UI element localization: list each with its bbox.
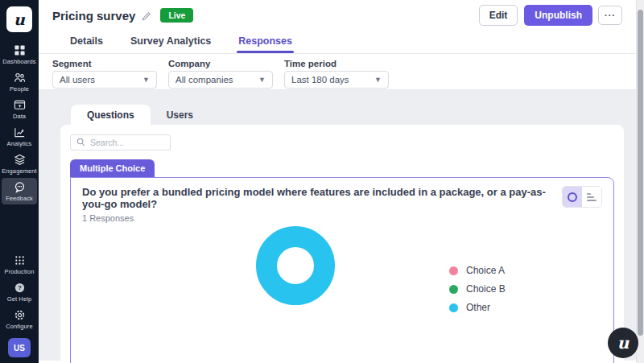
people-icon — [14, 72, 26, 84]
filter-label: Time period — [284, 59, 389, 68]
filter-company: Company All companies ▼ — [168, 59, 273, 89]
chevron-down-icon: ▼ — [142, 76, 150, 84]
sidebar: u Dashboards People Data Analytics — [0, 0, 39, 363]
legend-label: Other — [466, 302, 490, 313]
survey-nav-tabs: Details Survey Analytics Responses — [39, 27, 644, 54]
company-select[interactable]: All companies ▼ — [168, 71, 273, 89]
sidebar-item-dashboards[interactable]: Dashboards — [2, 41, 37, 68]
questions-panel: Multiple Choice Do you prefer a bundled … — [60, 125, 624, 363]
responses-content: Questions Users Multiple Choice Do you p… — [39, 90, 644, 361]
filter-bar: Segment All users ▼ Company All companie… — [39, 54, 644, 90]
bar-chart-icon — [587, 193, 597, 201]
production-icon — [14, 254, 26, 266]
question-card: Do you prefer a bundled pricing model wh… — [70, 177, 614, 363]
data-icon — [14, 99, 26, 111]
search-input[interactable] — [90, 138, 163, 147]
sidebar-item-configure[interactable]: Configure — [2, 306, 37, 332]
sidebar-item-label: Get Help — [7, 295, 31, 303]
select-value: All users — [60, 75, 95, 85]
gear-icon — [14, 309, 26, 321]
page-scrollbar[interactable] — [636, 0, 644, 363]
page-header: Pricing survey Live Edit Unpublish ··· — [39, 0, 644, 27]
donut-chart-icon — [568, 192, 577, 202]
filter-label: Company — [168, 59, 273, 68]
scrollbar-thumb[interactable] — [638, 10, 643, 336]
page-title: Pricing survey — [52, 9, 135, 23]
legend-item[interactable]: Choice B — [449, 283, 506, 295]
segment-select[interactable]: All users ▼ — [52, 71, 157, 89]
sidebar-item-label: Engagement — [2, 167, 37, 175]
legend-label: Choice B — [466, 283, 506, 295]
donut-chart: Choice A Choice B Other — [82, 223, 602, 363]
sidebar-item-label: People — [10, 85, 29, 93]
legend-dot-other — [449, 303, 458, 312]
legend-dot-choice-a — [449, 266, 458, 275]
select-value: All companies — [175, 75, 233, 85]
sidebar-item-label: Analytics — [7, 140, 32, 147]
legend-dot-choice-b — [449, 285, 458, 294]
select-value: Last 180 days — [291, 75, 349, 85]
filter-segment: Segment All users ▼ — [52, 59, 157, 89]
chevron-down-icon: ▼ — [374, 76, 382, 84]
content-tabs: Questions Users — [60, 105, 624, 125]
tab-details[interactable]: Details — [68, 27, 105, 53]
sidebar-item-analytics[interactable]: Analytics — [2, 123, 37, 150]
sidebar-item-people[interactable]: People — [2, 68, 37, 95]
tab-questions[interactable]: Questions — [71, 105, 151, 125]
edit-title-icon[interactable] — [142, 10, 152, 21]
sidebar-item-production[interactable]: Production — [2, 251, 37, 278]
legend-item[interactable]: Choice A — [449, 265, 506, 276]
edit-button[interactable]: Edit — [479, 5, 518, 26]
search-icon — [76, 135, 85, 150]
help-icon: ? — [14, 282, 26, 294]
filter-label: Segment — [52, 59, 157, 68]
sidebar-item-get-help[interactable]: ? Get Help — [2, 278, 37, 305]
question-text: Do you prefer a bundled pricing model wh… — [82, 186, 549, 210]
sidebar-item-label: Feedback — [6, 195, 33, 202]
unpublish-button[interactable]: Unpublish — [524, 5, 592, 26]
sidebar-nav: Dashboards People Data Analytics Engagem — [0, 41, 39, 205]
sidebar-footer: Production ? Get Help Configure US — [0, 251, 39, 363]
donut-ring — [256, 226, 335, 305]
status-badge: Live — [160, 8, 193, 23]
feedback-icon — [14, 181, 26, 193]
legend-label: Choice A — [466, 265, 505, 276]
analytics-icon — [14, 126, 26, 138]
engagement-icon — [14, 154, 26, 166]
sidebar-item-label: Data — [13, 113, 26, 120]
question-type-badge: Multiple Choice — [70, 159, 155, 177]
chart-legend: Choice A Choice B Other — [449, 265, 506, 313]
responses-count: 1 Responses — [82, 213, 549, 223]
userpilot-widget-button[interactable]: u — [608, 328, 638, 358]
donut-view-button[interactable] — [563, 187, 582, 207]
chart-view-toggle — [562, 186, 602, 208]
svg-text:?: ? — [18, 284, 22, 291]
bar-view-button[interactable] — [582, 187, 601, 207]
legend-item[interactable]: Other — [449, 302, 506, 313]
sidebar-item-data[interactable]: Data — [2, 96, 37, 122]
sidebar-item-label: Dashboards — [2, 58, 35, 65]
tab-responses[interactable]: Responses — [237, 27, 294, 53]
sidebar-item-label: Configure — [6, 323, 32, 330]
time-period-select[interactable]: Last 180 days ▼ — [284, 71, 389, 89]
sidebar-item-label: Production — [5, 268, 35, 275]
dashboards-icon — [14, 44, 26, 56]
chevron-down-icon: ▼ — [258, 76, 266, 84]
sidebar-item-feedback[interactable]: Feedback — [2, 178, 37, 204]
tab-users[interactable]: Users — [151, 105, 209, 125]
tab-survey-analytics[interactable]: Survey Analytics — [129, 27, 213, 53]
userpilot-logo[interactable]: u — [6, 6, 32, 32]
search-box[interactable] — [70, 134, 171, 151]
sidebar-item-engagement[interactable]: Engagement — [2, 151, 37, 177]
more-options-button[interactable]: ··· — [598, 6, 622, 25]
filter-time-period: Time period Last 180 days ▼ — [284, 59, 389, 89]
user-avatar[interactable]: US — [8, 338, 31, 357]
main-area: Pricing survey Live Edit Unpublish ··· D… — [39, 0, 644, 363]
